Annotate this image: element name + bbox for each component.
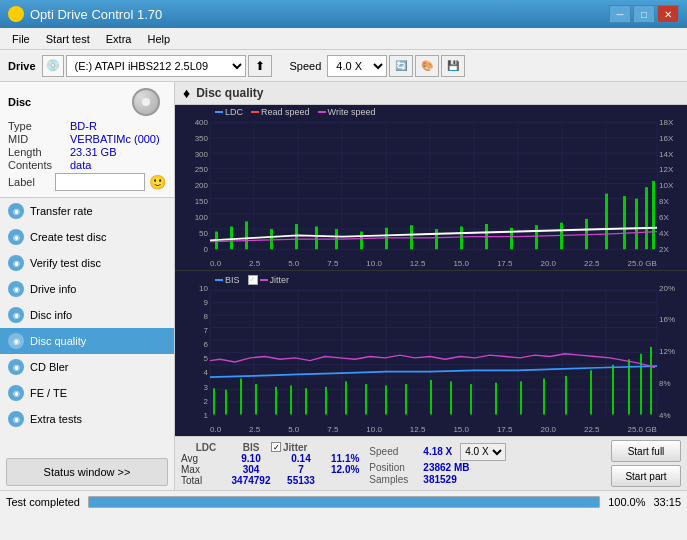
menu-start-test[interactable]: Start test [38,31,98,47]
label-smiley-icon[interactable]: 🙂 [149,174,166,190]
svg-rect-70 [290,385,292,414]
drive-bar: Drive 💿 (E:) ATAPI iHBS212 2.5L09 ⬆ Spee… [0,50,687,82]
start-full-button[interactable]: Start full [611,440,681,462]
samples-value: 381529 [423,474,456,485]
chart-bottom-svg [175,271,687,437]
type-value: BD-R [70,120,166,132]
speed-icon-2[interactable]: 🎨 [415,55,439,77]
menu-help[interactable]: Help [139,31,178,47]
svg-rect-85 [612,364,614,414]
length-value: 23.31 GB [70,146,166,158]
stats-bar: LDC BIS ✓ Jitter Avg 9.10 0.14 11.1% [175,436,687,490]
svg-rect-84 [590,370,592,414]
title-bar: Opti Drive Control 1.70 ─ □ ✕ [0,0,687,28]
chart-bottom-legend: BIS ✓ Jitter [215,275,289,285]
sidebar-item-fe-te[interactable]: ◉ FE / TE [0,380,174,406]
maximize-button[interactable]: □ [633,5,655,23]
svg-rect-41 [645,187,648,249]
menu-file[interactable]: File [4,31,38,47]
status-time: 33:15 [653,496,681,508]
sidebar-item-drive-info[interactable]: ◉ Drive info [0,276,174,302]
type-label: Type [8,120,70,132]
svg-rect-71 [305,388,307,414]
svg-rect-31 [435,229,438,249]
length-label: Length [8,146,70,158]
svg-rect-75 [385,385,387,414]
jitter-check[interactable]: ✓ [271,442,281,452]
jitter-max: 12.0% [331,464,359,475]
svg-rect-77 [430,379,432,413]
ldc-total: 3474792 [231,475,271,486]
contents-label: Contents [8,159,70,171]
speed-icon-3[interactable]: 💾 [441,55,465,77]
speed-select[interactable]: 4.0 X [327,55,387,77]
svg-rect-28 [360,232,363,250]
sidebar-item-disc-quality[interactable]: ◉ Disc quality [0,328,174,354]
close-button[interactable]: ✕ [657,5,679,23]
speed-stat-value: 4.18 X [423,446,452,457]
svg-rect-38 [605,194,608,250]
chart-top-legend: LDC Read speed Write speed [215,107,375,117]
main-content: Disc Type BD-R MID VERBATIMc (000) Lengt… [0,82,687,490]
svg-rect-25 [295,224,298,249]
sidebar-item-extra-tests[interactable]: ◉ Extra tests [0,406,174,432]
sidebar: Disc Type BD-R MID VERBATIMc (000) Lengt… [0,82,175,490]
svg-rect-24 [270,229,273,249]
disc-info-icon: ◉ [8,307,24,323]
ldc-avg: 9.10 [231,453,271,464]
stats-table: LDC BIS ✓ Jitter Avg 9.10 0.14 11.1% [181,442,359,486]
disc-eject-icon[interactable]: 💿 [42,55,64,77]
drive-select[interactable]: (E:) ATAPI iHBS212 2.5L09 [66,55,246,77]
jitter-checkbox[interactable]: ✓ [248,275,258,285]
panel-title: Disc quality [196,86,263,100]
sidebar-item-disc-info[interactable]: ◉ Disc info [0,302,174,328]
svg-rect-68 [255,384,257,414]
menu-extra[interactable]: Extra [98,31,140,47]
disc-quality-icon: ◉ [8,333,24,349]
drive-refresh-button[interactable]: ⬆ [248,55,272,77]
right-panel: ♦ Disc quality LDC Read speed Write spee… [175,82,687,490]
panel-header: ♦ Disc quality [175,82,687,105]
status-window-button[interactable]: Status window >> [6,458,168,486]
sidebar-item-create-test-disc[interactable]: ◉ Create test disc [0,224,174,250]
chart-top-svg [175,105,687,270]
chart-top: LDC Read speed Write speed 400 350 300 2… [175,105,687,271]
avg-label: Avg [181,453,231,464]
sidebar-item-transfer-rate[interactable]: ◉ Transfer rate [0,198,174,224]
minimize-button[interactable]: ─ [609,5,631,23]
action-buttons: Start full Start part [611,440,681,487]
speed-stat-select[interactable]: 4.0 X [460,443,506,461]
label-input[interactable] [55,173,145,191]
start-part-button[interactable]: Start part [611,465,681,487]
chart-bottom: BIS ✓ Jitter 10 9 8 7 6 5 4 3 [175,271,687,437]
cd-bler-icon: ◉ [8,359,24,375]
svg-rect-26 [315,226,318,249]
speed-icon-1[interactable]: 🔄 [389,55,413,77]
svg-rect-22 [230,226,233,249]
status-bar: Test completed 100.0% 33:15 [0,490,687,512]
max-label: Max [181,464,231,475]
bis-column-header: BIS [231,442,271,453]
svg-rect-79 [470,384,472,414]
verify-test-disc-icon: ◉ [8,255,24,271]
svg-rect-80 [495,382,497,414]
total-label: Total [181,475,231,486]
ldc-column-header: LDC [181,442,231,453]
svg-rect-42 [652,181,655,249]
ldc-max: 304 [231,464,271,475]
sidebar-item-cd-bler[interactable]: ◉ CD Bler [0,354,174,380]
sidebar-item-verify-test-disc[interactable]: ◉ Verify test disc [0,250,174,276]
svg-rect-66 [225,389,227,414]
svg-rect-74 [365,384,367,414]
create-test-disc-icon: ◉ [8,229,24,245]
speed-stat-label: Speed [369,446,419,457]
status-percent: 100.0% [608,496,645,508]
contents-value: data [70,159,166,171]
svg-rect-35 [535,225,538,249]
position-label: Position [369,462,419,473]
menu-bar: File Start test Extra Help [0,28,687,50]
disc-thumbnail [132,88,160,116]
fe-te-icon: ◉ [8,385,24,401]
svg-rect-72 [325,386,327,414]
progress-bar [89,497,599,507]
